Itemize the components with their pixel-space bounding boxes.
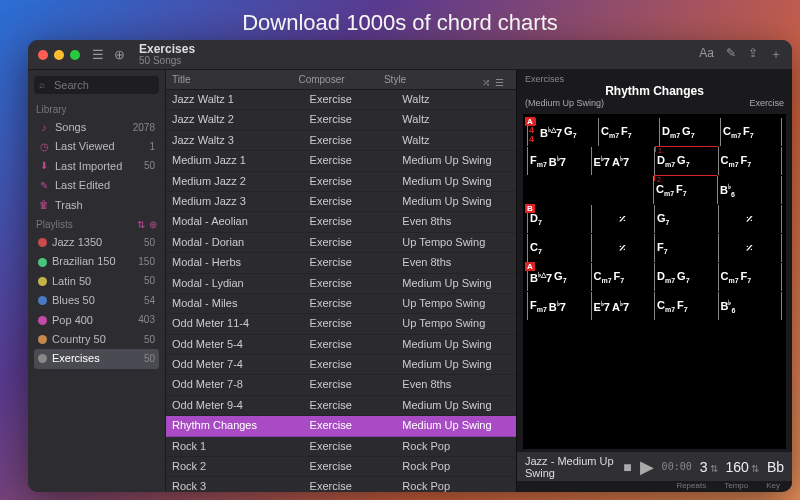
chart-bar[interactable]: BD7 (527, 205, 591, 233)
chart-bar[interactable]: 𝄎 (591, 234, 655, 262)
chart-bar[interactable]: C7 (527, 234, 591, 262)
chart-bar[interactable]: G7 (654, 205, 718, 233)
columns-icon[interactable]: ☰ (495, 77, 504, 88)
sidebar-icon: ✎ (38, 179, 50, 193)
close-icon[interactable] (38, 50, 48, 60)
playlist-item[interactable]: Blues 5054 (34, 291, 159, 310)
playlist-item[interactable]: Exercises50 (34, 349, 159, 368)
playlist-item[interactable]: Pop 400403 (34, 311, 159, 330)
sort-playlists-icon[interactable]: ⇅ (137, 219, 145, 230)
playlist-item[interactable]: Jazz 135050 (34, 233, 159, 252)
cell-title: Modal - Herbs (166, 253, 304, 272)
sidebar-item-last-imported[interactable]: ⬇Last Imported50 (34, 157, 159, 176)
table-row[interactable]: Jazz Waltz 1ExerciseWaltz (166, 90, 516, 110)
table-row[interactable]: Modal - MilesExerciseUp Tempo Swing (166, 294, 516, 314)
cell-title: Rock 3 (166, 477, 304, 492)
col-composer[interactable]: Composer (292, 70, 378, 89)
search-input[interactable] (34, 76, 159, 94)
tempo-control[interactable]: 160⇅ (726, 459, 759, 475)
table-row[interactable]: Modal - AeolianExerciseEven 8ths (166, 212, 516, 232)
chart-bar[interactable]: Fm7 B♭7 (527, 292, 591, 320)
table-row[interactable]: Jazz Waltz 3ExerciseWaltz (166, 131, 516, 151)
play-button[interactable]: ▶ (640, 456, 654, 478)
chart-bar[interactable] (590, 176, 653, 204)
chart-bar[interactable]: Cm7 F7 (654, 292, 718, 320)
table-row[interactable]: Rock 3ExerciseRock Pop (166, 477, 516, 492)
chart-bar[interactable]: Cm7 F7 (591, 263, 655, 291)
chart-bar[interactable]: 1.Dm7 G7 (654, 147, 718, 175)
sidebar-toggle-icon[interactable]: ☰ (92, 47, 104, 62)
chart-bar[interactable]: Cm7 F7 (718, 263, 783, 291)
transport-style[interactable]: Jazz - Medium Up Swing (525, 455, 615, 479)
col-style[interactable]: Style (378, 70, 488, 89)
chart-bar[interactable]: 𝄎 (718, 234, 783, 262)
cell-composer: Exercise (304, 457, 397, 476)
chart-bar[interactable]: Dm7 G7 (659, 118, 720, 146)
stop-button[interactable]: ■ (623, 459, 631, 475)
edit-button[interactable]: ✎ (726, 46, 736, 63)
font-size-button[interactable]: Aa (699, 46, 714, 63)
table-row[interactable]: Odd Meter 7-4ExerciseMedium Up Swing (166, 355, 516, 375)
table-row[interactable]: Jazz Waltz 2ExerciseWaltz (166, 110, 516, 130)
table-row[interactable]: Odd Meter 9-4ExerciseMedium Up Swing (166, 396, 516, 416)
table-row[interactable]: Odd Meter 7-8ExerciseEven 8ths (166, 375, 516, 395)
table-row[interactable]: Rock 2ExerciseRock Pop (166, 457, 516, 477)
sidebar-item-last-edited[interactable]: ✎Last Edited (34, 176, 159, 195)
chart-bar[interactable]: F7 (654, 234, 718, 262)
add-button[interactable]: ＋ (770, 46, 782, 63)
chart-bar[interactable]: AB♭△7 G7 (527, 263, 591, 291)
cell-title: Medium Jazz 2 (166, 172, 304, 191)
sidebar-item-label: Last Edited (55, 178, 110, 193)
chart-bar[interactable]: B♭6 (717, 176, 782, 204)
chart-bar[interactable]: 2.Cm7 F7 (653, 176, 717, 204)
add-playlist-icon[interactable]: ⊕ (149, 219, 157, 230)
table-row[interactable]: Medium Jazz 1ExerciseMedium Up Swing (166, 151, 516, 171)
chart-bar[interactable]: Cm7 F7 (720, 118, 782, 146)
chart-bar[interactable]: A44B♭△7 G7 (527, 118, 598, 146)
table-row[interactable]: Odd Meter 11-4ExerciseUp Tempo Swing (166, 314, 516, 334)
sidebar-item-trash[interactable]: 🗑Trash (34, 196, 159, 215)
table-row[interactable]: Rock 1ExerciseRock Pop (166, 437, 516, 457)
share-button[interactable]: ⇪ (748, 46, 758, 63)
globe-icon[interactable]: ⊕ (114, 47, 125, 62)
playlist-count: 50 (144, 333, 155, 347)
table-row[interactable]: Medium Jazz 3ExerciseMedium Up Swing (166, 192, 516, 212)
table-row[interactable]: Modal - LydianExerciseMedium Up Swing (166, 274, 516, 294)
playlist-item[interactable]: Country 5050 (34, 330, 159, 349)
playlist-item[interactable]: Brazilian 150150 (34, 252, 159, 271)
sidebar-icon: ◷ (38, 140, 50, 154)
chart-bar[interactable]: Cm7 F7 (598, 118, 659, 146)
chart-bar[interactable]: Dm7 G7 (654, 263, 718, 291)
playlist-item[interactable]: Latin 5050 (34, 272, 159, 291)
zoom-icon[interactable] (70, 50, 80, 60)
chart-bar[interactable]: E♭7 A♭7 (591, 292, 655, 320)
sidebar-item-songs[interactable]: ♪Songs2078 (34, 118, 159, 137)
table-row[interactable]: Modal - DorianExerciseUp Tempo Swing (166, 233, 516, 253)
chart-bar[interactable]: 𝄎 (718, 205, 783, 233)
table-row[interactable]: Medium Jazz 2ExerciseMedium Up Swing (166, 172, 516, 192)
chart-bar[interactable] (527, 176, 590, 204)
cell-composer: Exercise (304, 212, 397, 231)
chart-bar[interactable]: Fm7 B♭7 (527, 147, 591, 175)
cell-style: Medium Up Swing (396, 396, 516, 415)
song-list: Title Composer Style ⤮ ☰ Jazz Waltz 1Exe… (166, 70, 516, 492)
chord-chart[interactable]: A44B♭△7 G7Cm7 F7Dm7 G7Cm7 F7Fm7 B♭7E♭7 A… (523, 114, 786, 449)
shuffle-icon[interactable]: ⤮ (482, 77, 490, 88)
chart-bar[interactable]: B♭6 (718, 292, 783, 320)
chart-bar[interactable]: E♭7 A♭7 (591, 147, 655, 175)
minimize-icon[interactable] (54, 50, 64, 60)
chart-bar[interactable]: Cm7 F7 (718, 147, 783, 175)
repeats-control[interactable]: 3⇅ (700, 459, 718, 475)
cell-style: Even 8ths (396, 212, 516, 231)
table-row[interactable]: Odd Meter 5-4ExerciseMedium Up Swing (166, 335, 516, 355)
sidebar-item-last-viewed[interactable]: ◷Last Viewed1 (34, 137, 159, 156)
key-control[interactable]: Bb (767, 459, 784, 475)
ending-bracket: 2. (654, 175, 717, 181)
table-row[interactable]: Rhythm ChangesExerciseMedium Up Swing (166, 416, 516, 436)
col-title[interactable]: Title (166, 70, 292, 89)
chord-chart-pane: Exercises Rhythm Changes (Medium Up Swin… (516, 70, 792, 492)
cell-style: Medium Up Swing (396, 274, 516, 293)
cell-style: Rock Pop (396, 457, 516, 476)
chart-bar[interactable]: 𝄎 (591, 205, 655, 233)
table-row[interactable]: Modal - HerbsExerciseEven 8ths (166, 253, 516, 273)
